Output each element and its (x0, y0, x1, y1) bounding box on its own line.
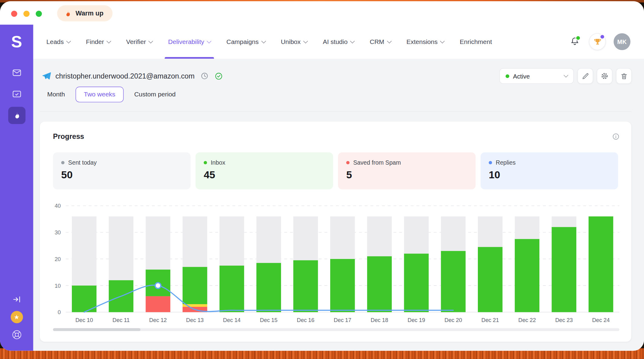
zoom-window-button[interactable] (36, 11, 42, 17)
stat-inbox: Inbox 45 (196, 153, 333, 190)
svg-text:Dec 13: Dec 13 (186, 317, 204, 323)
chevron-down-icon (564, 73, 568, 77)
nav-unibox[interactable]: Unibox (281, 25, 307, 59)
rewards-star-button[interactable]: ★ (11, 311, 23, 323)
period-tabs: Month Two weeks Custom period (46, 86, 176, 102)
nav-leads[interactable]: Leads (46, 25, 70, 59)
status-dot (506, 74, 509, 78)
tab-two-weeks[interactable]: Two weeks (75, 87, 123, 102)
nav-label: Finder (86, 38, 104, 45)
nav-label: Extensions (406, 38, 438, 45)
user-avatar[interactable]: MK (614, 33, 631, 50)
stat-dot (346, 161, 350, 164)
chevron-down-icon (303, 39, 308, 43)
card-header: Progress (53, 132, 620, 141)
stat-value: 50 (61, 169, 183, 181)
pencil-icon (581, 72, 589, 80)
help-center-button[interactable] (11, 329, 23, 341)
settings-button[interactable] (597, 68, 612, 84)
svg-text:40: 40 (55, 203, 61, 209)
app-window: Warm up S (0, 1, 644, 351)
progress-card: Progress Sent today 50 Inbox 45 (40, 122, 631, 342)
chevron-down-icon (66, 39, 71, 43)
svg-text:Dec 14: Dec 14 (223, 317, 241, 323)
stat-value: 45 (204, 169, 325, 181)
svg-text:Dec 17: Dec 17 (334, 317, 351, 323)
stat-label: Replies (496, 159, 516, 166)
stat-saved-from-spam: Saved from Spam 5 (338, 153, 476, 190)
stat-dot (204, 161, 207, 164)
svg-text:Dec 22: Dec 22 (518, 317, 536, 323)
flame-icon (64, 9, 72, 17)
close-window-button[interactable] (11, 11, 17, 17)
sidebar-item-email-checks[interactable] (8, 86, 25, 103)
app-logo[interactable]: S (0, 25, 33, 59)
svg-text:Dec 11: Dec 11 (112, 317, 130, 323)
card-title: Progress (53, 132, 84, 141)
chevron-down-icon (387, 39, 391, 43)
chevron-down-icon (149, 39, 153, 43)
info-icon (612, 133, 620, 141)
nav-extensions[interactable]: Extensions (406, 25, 444, 59)
account-actions: Active (499, 68, 632, 84)
warmup-label: Warm up (75, 10, 103, 17)
lifebuoy-icon (11, 329, 22, 341)
trophy-dot (600, 34, 605, 39)
svg-text:10: 10 (55, 283, 61, 289)
sidebar-item-email-accounts[interactable] (8, 64, 25, 81)
chevron-down-icon (107, 39, 111, 43)
stat-label: Inbox (211, 159, 225, 166)
chart-horizontal-scrollbar[interactable] (53, 328, 619, 331)
svg-text:Dec 15: Dec 15 (260, 317, 277, 323)
scrollbar-thumb[interactable] (53, 328, 141, 331)
arrow-to-line-icon (12, 295, 21, 304)
delete-button[interactable] (616, 68, 632, 84)
paper-plane-icon (42, 71, 52, 81)
nav-ai-studio[interactable]: AI studio (323, 25, 354, 59)
gear-icon (600, 72, 609, 80)
edit-button[interactable] (578, 68, 593, 84)
primary-nav: Leads Finder Verifier Deliverability Cam… (33, 25, 644, 59)
status-label: Active (513, 72, 530, 79)
minimize-window-button[interactable] (23, 11, 29, 17)
nav-enrichment[interactable]: Enrichment (460, 25, 492, 59)
nav-crm[interactable]: CRM (370, 25, 391, 59)
nav-campaigns[interactable]: Campaigns (226, 25, 265, 59)
svg-text:20: 20 (55, 256, 61, 262)
nav-finder[interactable]: Finder (86, 25, 110, 59)
titlebar: Warm up (0, 1, 644, 25)
divider (40, 111, 631, 112)
tab-month[interactable]: Month (46, 90, 66, 99)
stat-sent-today: Sent today 50 (53, 153, 191, 190)
svg-text:Dec 19: Dec 19 (408, 317, 425, 323)
svg-text:30: 30 (55, 229, 61, 236)
rewards-trophy-button[interactable] (589, 33, 606, 50)
status-dropdown[interactable]: Active (499, 68, 574, 84)
stat-dot (61, 161, 65, 164)
nav-verifier[interactable]: Verifier (126, 25, 153, 59)
notifications-bell-button[interactable] (569, 35, 581, 49)
collapse-sidebar-button[interactable] (11, 293, 23, 306)
chevron-down-icon (440, 39, 445, 43)
envelope-check-icon (12, 89, 22, 99)
tab-custom-period[interactable]: Custom period (133, 90, 176, 99)
star-icon: ★ (14, 314, 19, 321)
svg-text:Dec 24: Dec 24 (592, 317, 610, 323)
history-clock-button[interactable] (200, 72, 209, 80)
nav-deliverability[interactable]: Deliverability (168, 25, 211, 59)
info-button[interactable] (612, 133, 620, 141)
warmup-tab-pill[interactable]: Warm up (57, 5, 112, 22)
svg-text:Dec 10: Dec 10 (75, 317, 93, 323)
svg-text:Dec 12: Dec 12 (149, 317, 167, 323)
sidebar-bottom: ★ (0, 293, 33, 341)
flame-icon (12, 111, 21, 120)
envelope-icon (12, 68, 22, 78)
svg-text:0: 0 (58, 309, 61, 315)
nav-label: Deliverability (168, 38, 204, 45)
svg-text:Dec 21: Dec 21 (481, 317, 499, 323)
sidebar-item-warmup[interactable] (8, 107, 25, 124)
warmup-progress-chart: 010203040Dec 10Dec 11Dec 12Dec 13Dec 14D… (40, 198, 631, 327)
account-header: christopher.underwood.2021@amazon.com Ac… (42, 68, 632, 84)
stat-value: 5 (346, 169, 468, 181)
svg-text:Dec 20: Dec 20 (444, 317, 462, 323)
